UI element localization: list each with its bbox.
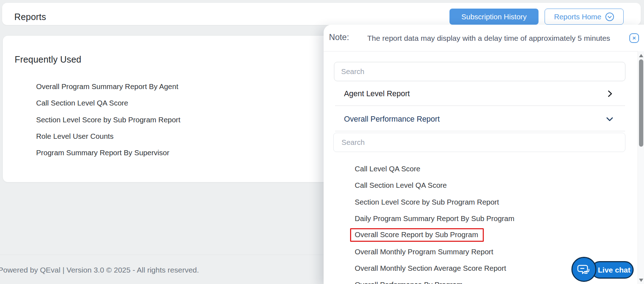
frequently-used-item[interactable]: Call Section Level QA Score — [36, 95, 180, 111]
frequently-used-item[interactable]: Overall Program Summary Report By Agent — [36, 78, 180, 95]
chat-bubbles-icon — [577, 262, 591, 276]
scrollbar-up-arrow-icon[interactable] — [639, 54, 643, 57]
chevron-down-circle-icon — [605, 12, 614, 21]
group-label: Overall Performance Report — [344, 113, 440, 125]
report-list-item[interactable]: Section Level Score by Sub Program Repor… — [324, 194, 625, 210]
report-list-item-label: Daily Program Summary Report By Sub Prog… — [355, 214, 515, 223]
report-list-item-label: Call Section Level QA Score — [355, 181, 447, 190]
row-divider — [335, 106, 625, 106]
footer-text: Powered by QEval | Version 3.0 © 2025 - … — [0, 266, 199, 274]
group-row-agent-level-report[interactable]: Agent Level Report — [324, 88, 625, 100]
note-close-button[interactable]: × — [629, 33, 639, 43]
panel-scrollbar[interactable] — [638, 51, 644, 284]
report-list-item-label: Overall Score Report by Sub Program — [350, 228, 484, 242]
live-chat-label: Live chat — [598, 266, 630, 274]
report-list-item-highlighted[interactable]: Overall Score Report by Sub Program — [324, 227, 625, 243]
frequently-used-list: Overall Program Summary Report By AgentC… — [36, 78, 180, 161]
subscription-history-button[interactable]: Subscription History — [449, 9, 539, 25]
group-label: Agent Level Report — [344, 88, 410, 100]
reports-home-button[interactable]: Reports Home — [545, 9, 624, 25]
live-chat-widget[interactable]: Live chat — [571, 257, 636, 283]
frequently-used-item[interactable]: Program Summary Report By Supervisor — [36, 145, 180, 161]
scrollbar-down-arrow-icon[interactable] — [639, 279, 643, 282]
sub-report-search-input[interactable] — [333, 133, 625, 152]
header-card: Reports Subscription History Reports Hom… — [2, 3, 641, 25]
chevron-down-icon — [605, 115, 614, 125]
panel-search-input[interactable] — [334, 62, 625, 81]
close-icon: × — [633, 35, 636, 41]
note-separator — [324, 51, 638, 52]
live-chat-button[interactable] — [571, 257, 596, 282]
report-list-item-label: Overall Monthly Section Average Score Re… — [355, 264, 506, 273]
report-list-item-label: Call Level QA Score — [355, 165, 420, 173]
report-list-item[interactable]: Call Level QA Score — [324, 161, 625, 177]
group-row-overall-performance-report[interactable]: Overall Performance Report — [324, 113, 625, 125]
note-message: The report data may display with a delay… — [367, 34, 610, 43]
report-list-item-label: Overall Monthly Program Summary Report — [355, 248, 493, 256]
frequently-used-title: Frequently Used — [15, 54, 81, 65]
page-title: Reports — [14, 12, 46, 22]
chevron-right-icon — [605, 89, 614, 99]
report-list-item-label: Overall Performance By Program — [355, 280, 463, 284]
report-list-item-label: Section Level Score by Sub Program Repor… — [355, 198, 499, 206]
row-divider — [335, 131, 625, 131]
frequently-used-item[interactable]: Section Level Score by Sub Program Repor… — [36, 112, 180, 128]
reports-home-label: Reports Home — [554, 13, 601, 21]
report-list-item[interactable]: Call Section Level QA Score — [324, 177, 625, 194]
frequently-used-item[interactable]: Role Level User Counts — [36, 128, 180, 145]
reports-dropdown-panel: Note: The report data may display with a… — [324, 25, 644, 284]
live-chat-pill[interactable]: Live chat — [591, 261, 634, 279]
note-label: Note: — [329, 33, 349, 42]
report-list-item[interactable]: Daily Program Summary Report By Sub Prog… — [324, 210, 625, 227]
scrollbar-thumb[interactable] — [639, 59, 643, 147]
